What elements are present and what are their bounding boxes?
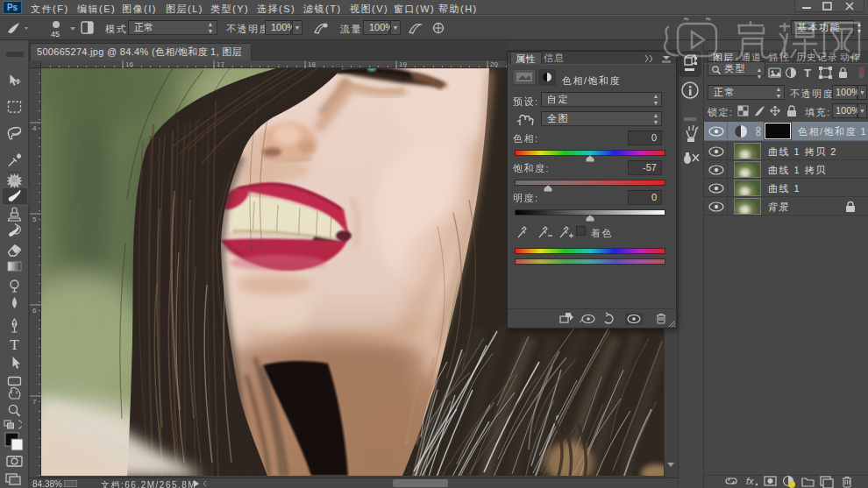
- svg-text:T: T: [804, 67, 811, 80]
- svg-text:16: 16: [125, 60, 133, 68]
- svg-text:17: 17: [217, 60, 224, 68]
- svg-text:19: 19: [399, 60, 407, 68]
- svg-text:7: 7: [32, 398, 37, 406]
- svg-text:4: 4: [32, 124, 37, 132]
- svg-text:fx: fx: [746, 476, 754, 486]
- svg-text:45: 45: [51, 30, 60, 39]
- svg-text:6: 6: [32, 307, 37, 315]
- svg-text:5: 5: [32, 216, 37, 223]
- svg-text:20: 20: [490, 60, 498, 68]
- svg-text:18: 18: [308, 60, 316, 68]
- svg-text:T: T: [10, 336, 19, 353]
